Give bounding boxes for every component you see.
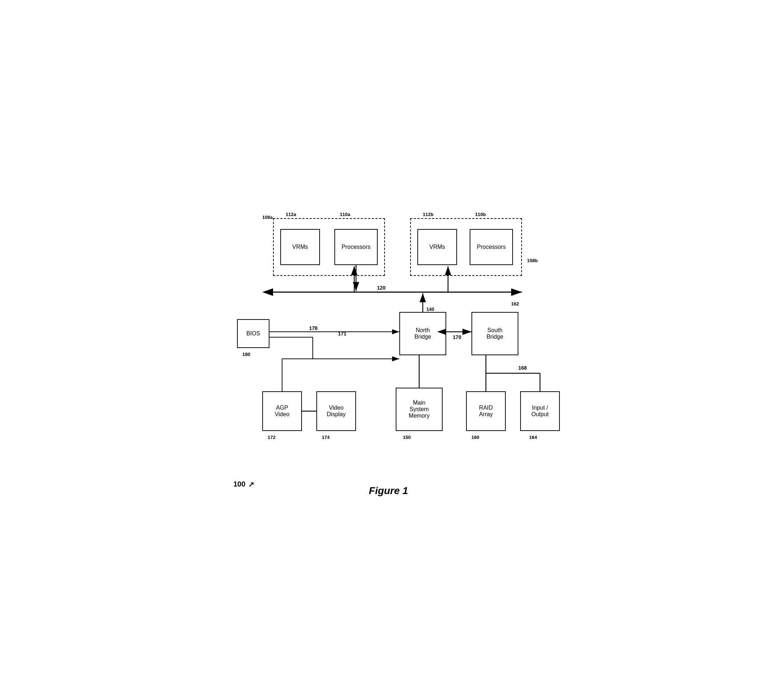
south-bridge-text: South Bridge [487, 327, 503, 340]
agp-video-text: AGP Video [275, 405, 290, 418]
processors-b-text: Processors [477, 244, 506, 250]
box-raid-array: RAID Array [466, 391, 506, 431]
main-memory-text: Main System Memory [409, 400, 430, 419]
label-172: 172 [268, 435, 275, 440]
box-processors-a: Processors [334, 229, 378, 265]
processors-a-text: Processors [342, 244, 370, 250]
vrms-b-text: VRMs [429, 244, 445, 250]
diagram-container: 108a 108b VRMs 112a Processors 110a VRMs… [226, 197, 551, 504]
label-108b: 108b [527, 258, 538, 263]
conn-label-171: 171 [338, 331, 347, 337]
box-vrms-b: VRMs [417, 229, 457, 265]
box-vrms-a: VRMs [280, 229, 320, 265]
label-180: 180 [242, 352, 250, 357]
video-display-text: Video Display [327, 405, 345, 418]
label-140: 140 [426, 307, 434, 312]
label-160: 160 [472, 435, 479, 440]
input-output-text: Input / Output [531, 405, 549, 418]
label-174: 174 [322, 435, 330, 440]
diagram-ref-100: 100 ↗ [233, 480, 254, 489]
diagram-area: 108a 108b VRMs 112a Processors 110a VRMs… [226, 197, 551, 471]
north-bridge-text: North Bridge [415, 327, 431, 340]
label-108a: 108a [262, 215, 273, 220]
conn-label-178: 178 [309, 325, 318, 331]
label-112b: 112b [423, 212, 434, 217]
box-video-display: Video Display [316, 391, 356, 431]
label-164: 164 [529, 435, 537, 440]
bios-text: BIOS [247, 330, 260, 337]
ref-100-label: 100 [233, 480, 245, 488]
box-south-bridge: South Bridge [472, 312, 519, 355]
box-agp-video: AGP Video [262, 391, 302, 431]
box-bios: BIOS [237, 319, 270, 348]
label-150: 150 [403, 435, 411, 440]
label-112a: 112a [286, 212, 296, 217]
ref-arrow: ↗ [248, 480, 254, 489]
box-processors-b: Processors [470, 229, 513, 265]
label-162: 162 [511, 301, 519, 307]
label-110b: 110b [475, 212, 486, 217]
box-north-bridge: North Bridge [399, 312, 446, 355]
conn-label-168: 168 [519, 365, 527, 371]
box-input-output: Input / Output [520, 391, 560, 431]
label-110a: 110a [340, 212, 350, 217]
raid-array-text: RAID Array [479, 405, 493, 418]
label-120: 120 [377, 285, 385, 291]
conn-label-170: 170 [453, 334, 461, 340]
vrms-a-text: VRMs [292, 244, 308, 250]
box-main-memory: Main System Memory [396, 388, 443, 431]
figure-title: Figure 1 [226, 485, 551, 504]
